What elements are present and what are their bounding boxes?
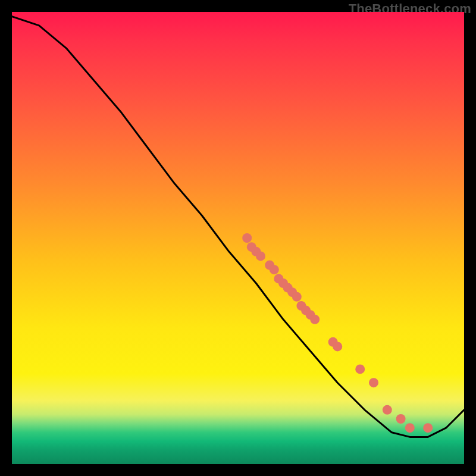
highlighted-point bbox=[396, 414, 406, 424]
bottleneck-curve bbox=[12, 17, 464, 437]
highlighted-points-group bbox=[242, 233, 433, 433]
highlighted-point bbox=[405, 423, 415, 433]
curve-layer bbox=[12, 12, 464, 464]
highlighted-point bbox=[355, 364, 365, 374]
highlighted-point bbox=[383, 405, 392, 415]
highlighted-point bbox=[292, 292, 302, 302]
highlighted-point bbox=[333, 342, 342, 351]
highlighted-point bbox=[423, 423, 433, 433]
highlighted-point bbox=[369, 378, 378, 387]
chart-stage: TheBottleneck.com bbox=[0, 0, 476, 476]
highlighted-point bbox=[270, 265, 279, 274]
highlighted-point bbox=[242, 233, 252, 243]
highlighted-point bbox=[310, 315, 320, 324]
plot-area bbox=[12, 12, 464, 464]
highlighted-point bbox=[256, 251, 265, 261]
